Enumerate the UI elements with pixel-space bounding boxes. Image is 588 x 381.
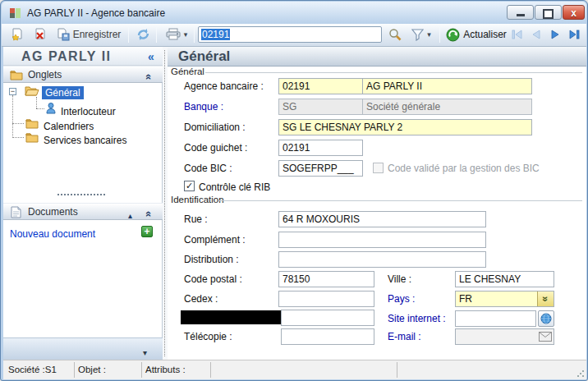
rue-field[interactable]: 64 R MOXOURIS bbox=[278, 211, 486, 227]
filter-button[interactable]: ▾ bbox=[406, 25, 437, 44]
filter-dropdown-icon[interactable]: ▾ bbox=[427, 25, 431, 44]
nav-last-icon bbox=[567, 29, 581, 40]
guichet-field[interactable]: 02191 bbox=[278, 140, 363, 156]
banque-label[interactable]: Banque : bbox=[184, 101, 223, 112]
splitter-dots bbox=[164, 50, 166, 356]
new-button[interactable] bbox=[7, 25, 27, 44]
bic-label: Code BIC : bbox=[184, 163, 232, 174]
rib-checkbox[interactable]: ✓ bbox=[184, 181, 195, 191]
sidebar-item-calendriers[interactable]: Calendriers bbox=[44, 118, 94, 133]
cedex-field[interactable] bbox=[278, 291, 374, 307]
tree-connector bbox=[12, 95, 13, 138]
collapse-documents-button[interactable]: « bbox=[146, 206, 152, 221]
actualiser-button[interactable]: Actualiser bbox=[443, 25, 509, 44]
agence-name-field[interactable]: AG PARLY II bbox=[362, 78, 532, 94]
delete-button[interactable] bbox=[30, 25, 50, 44]
ville-label: Ville : bbox=[388, 273, 411, 285]
agence-code-field[interactable]: 02191 bbox=[278, 78, 363, 94]
resize-grip[interactable] bbox=[577, 370, 584, 377]
documents-section-bar[interactable]: Documents ▴ « bbox=[3, 203, 163, 220]
collapse-left-icon: « bbox=[148, 50, 154, 63]
code-postal-field[interactable]: 78150 bbox=[278, 271, 374, 287]
sidebar-title: AG PARLY II bbox=[21, 49, 112, 64]
group-identification-line bbox=[218, 200, 582, 201]
new-document-label: Nouveau document bbox=[10, 228, 95, 240]
complement-field[interactable] bbox=[278, 232, 486, 248]
ville-field[interactable]: LE CHESNAY bbox=[455, 271, 554, 287]
sidebar-header: AG PARLY II « bbox=[3, 47, 163, 66]
title-bar[interactable]: AG PARLY II - Agence bancaire x bbox=[2, 2, 586, 24]
toolbar-separator bbox=[128, 26, 129, 43]
bic-field[interactable]: SOGEFRPP___ bbox=[278, 160, 363, 177]
sidebar-item-interlocuteur[interactable]: Interlocuteur bbox=[61, 103, 116, 118]
collapse-sidebar-button[interactable]: « bbox=[148, 49, 154, 64]
collapse-documents-single-button[interactable]: ▴ bbox=[128, 207, 132, 222]
open-website-button[interactable] bbox=[538, 310, 554, 327]
email-label[interactable]: E-mail : bbox=[388, 331, 421, 342]
save-button[interactable]: Enregistrer bbox=[53, 25, 125, 44]
pays-field[interactable]: FR » bbox=[455, 291, 554, 307]
group-identification-legend: Identification bbox=[171, 195, 227, 204]
collapse-onglets-button[interactable]: « bbox=[146, 69, 152, 84]
person-icon bbox=[46, 103, 56, 114]
actualiser-icon bbox=[446, 28, 460, 42]
tree-item-label: Calendriers bbox=[44, 121, 94, 132]
close-button[interactable]: x bbox=[563, 5, 585, 20]
minimize-button[interactable] bbox=[507, 5, 534, 20]
print-dropdown-icon[interactable]: ▾ bbox=[184, 25, 188, 44]
rib-checkbox-label: Contrôle clé RIB bbox=[199, 181, 270, 193]
toolbar-separator bbox=[439, 26, 440, 43]
bottom-dropdown-button[interactable]: ▾ bbox=[143, 344, 147, 359]
filter-icon bbox=[411, 29, 424, 41]
tree-connector bbox=[12, 137, 24, 138]
chevron-down-double-icon: » bbox=[539, 296, 554, 302]
nav-last-button[interactable] bbox=[565, 25, 583, 44]
tree-item-label: Général bbox=[42, 86, 84, 99]
code-postal-label: Code postal : bbox=[184, 273, 242, 285]
onglets-section-bar[interactable]: Onglets « bbox=[3, 66, 163, 83]
telecopie-field[interactable] bbox=[281, 328, 374, 345]
sidebar-bottom-bar[interactable]: ▾ bbox=[3, 337, 163, 360]
site-internet-label[interactable]: Site internet : bbox=[388, 313, 446, 324]
nav-previous-button[interactable] bbox=[527, 25, 545, 44]
nav-first-button[interactable] bbox=[508, 25, 526, 44]
nav-previous-icon bbox=[530, 29, 543, 40]
nav-next-button[interactable] bbox=[546, 25, 564, 44]
status-panel-empty bbox=[397, 362, 584, 378]
pays-dropdown-button[interactable]: » bbox=[537, 291, 554, 306]
add-document-button[interactable]: + bbox=[141, 226, 153, 237]
domiciliation-field[interactable]: SG LE CHESNAY PARLY 2 bbox=[278, 119, 532, 135]
group-general-legend: Général bbox=[171, 67, 208, 76]
tree-expand-toggle[interactable]: − bbox=[9, 88, 16, 95]
search-input[interactable]: 02191 bbox=[198, 26, 382, 43]
search-icon bbox=[388, 28, 402, 41]
new-document-link[interactable]: Nouveau document bbox=[10, 226, 95, 241]
minimize-icon bbox=[517, 14, 525, 16]
page-header: Général bbox=[168, 47, 586, 67]
envelope-icon[interactable] bbox=[539, 332, 552, 342]
site-internet-field[interactable] bbox=[455, 310, 536, 327]
tree-connector bbox=[12, 123, 24, 124]
sidebar-splitter-handle[interactable] bbox=[57, 194, 105, 195]
search-button[interactable] bbox=[385, 25, 405, 44]
maximize-icon bbox=[543, 9, 554, 19]
pays-label[interactable]: Pays : bbox=[388, 293, 415, 305]
sidebar-item-general[interactable]: Général bbox=[42, 85, 84, 99]
agence-label: Agence bancaire : bbox=[184, 80, 264, 92]
sidebar-item-services-bancaires[interactable]: Services bancaires bbox=[44, 132, 126, 147]
guichet-label: Code guichet : bbox=[184, 142, 247, 154]
documents-header-label: Documents bbox=[28, 206, 78, 218]
toolbar-separator bbox=[194, 26, 195, 43]
refresh-button[interactable] bbox=[132, 25, 154, 44]
distribution-field[interactable] bbox=[278, 251, 486, 268]
print-button[interactable]: ▾ bbox=[160, 25, 193, 44]
save-label: Enregistrer bbox=[73, 29, 122, 40]
telephone-field[interactable] bbox=[281, 310, 374, 326]
redacted-telephone-label bbox=[181, 310, 281, 324]
group-general-line bbox=[205, 72, 582, 73]
folder-icon bbox=[25, 131, 39, 143]
chevron-up-double-icon: « bbox=[143, 211, 155, 217]
maximize-button[interactable] bbox=[535, 5, 562, 20]
toolbar-separator bbox=[156, 26, 157, 43]
onglets-tree: − Général Interlocuteur Calendriers bbox=[3, 85, 163, 191]
